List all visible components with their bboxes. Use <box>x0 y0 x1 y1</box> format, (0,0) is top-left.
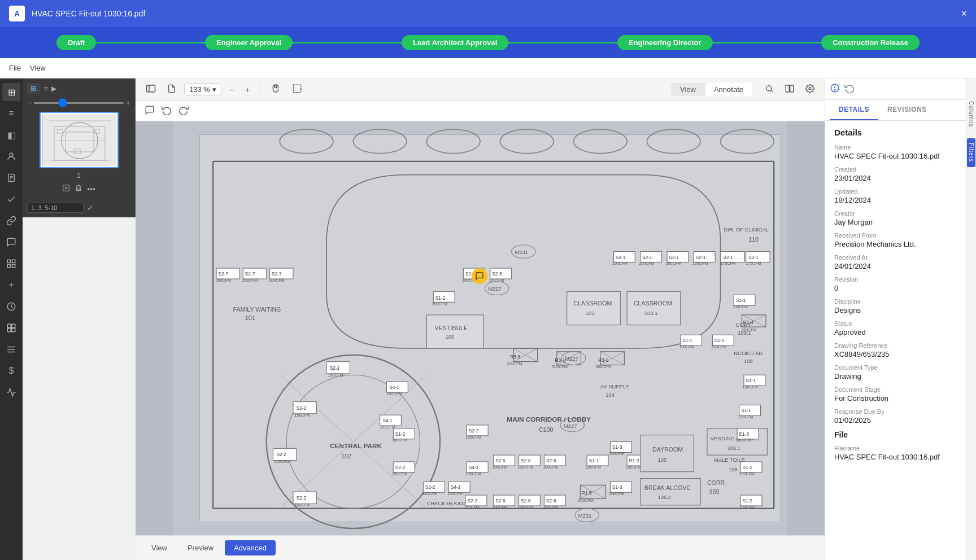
thumb-more-btn[interactable]: ••• <box>87 185 95 194</box>
svg-text:100CFM: 100CFM <box>492 465 507 470</box>
comment-icon[interactable] <box>145 105 155 117</box>
value-response-due: 01/02/2025 <box>834 416 957 425</box>
thumb-list-btn[interactable]: ≡ <box>43 84 48 93</box>
svg-point-37 <box>809 88 811 90</box>
tab-view-bottom[interactable]: View <box>142 540 176 555</box>
sidebar-icon-activity[interactable] <box>2 255 20 273</box>
svg-text:C100: C100 <box>539 426 553 433</box>
undo-icon[interactable] <box>162 105 172 117</box>
svg-text:200CFM: 200CFM <box>739 472 755 476</box>
zoom-in-icon[interactable]: + <box>126 98 130 107</box>
sidebar-icon-dollar[interactable]: $ <box>2 362 20 380</box>
select-tool-btn[interactable] <box>289 81 306 98</box>
svg-text:150CFM: 150CFM <box>294 413 310 418</box>
sidebar-icon-check[interactable] <box>2 190 20 208</box>
compare-btn[interactable] <box>782 82 798 97</box>
workflow-step-draft[interactable]: Draft <box>56 35 96 50</box>
bottom-tabs: View Preview Advanced <box>142 540 276 555</box>
thumb-new-page-btn[interactable] <box>62 184 70 194</box>
svg-text:105: 105 <box>657 457 666 463</box>
svg-text:R1-2: R1-2 <box>629 458 639 463</box>
sidebar-icon-plus[interactable]: + <box>2 276 20 294</box>
top-bar: A HVAC SPEC Fit-out 1030:16.pdf × <box>0 0 976 27</box>
zoom-out-btn[interactable]: − <box>226 83 237 97</box>
svg-text:S2-1: S2-1 <box>642 255 652 260</box>
svg-text:200CFM: 200CFM <box>639 261 654 266</box>
thumb-delete-btn[interactable] <box>75 184 82 194</box>
comment-bubble[interactable] <box>472 268 487 284</box>
field-doc-type: Document Type Drawing <box>834 364 957 380</box>
workflow-step-director[interactable]: Engineering Director <box>617 35 713 50</box>
tab-advanced-bottom[interactable]: Advanced <box>225 540 276 555</box>
svg-text:S4-1: S4-1 <box>451 485 461 490</box>
tab-preview-bottom[interactable]: Preview <box>178 540 223 555</box>
label-status: Status <box>834 320 957 327</box>
svg-text:E1-3: E1-3 <box>739 432 750 437</box>
menu-file[interactable]: File <box>9 64 21 72</box>
svg-text:S2-2: S2-2 <box>425 485 435 490</box>
zoom-dropdown-icon[interactable]: ▾ <box>212 85 216 94</box>
sidebar-toggle-btn[interactable] <box>142 82 159 97</box>
details-icon-btn[interactable] <box>830 83 840 95</box>
search-btn[interactable] <box>761 82 777 97</box>
field-drawing-ref: Drawing Reference XC8849/653/235 <box>834 342 957 358</box>
close-button[interactable]: × <box>961 8 967 20</box>
field-creator: Creator Jay Morgan <box>834 210 957 226</box>
mini-drawing <box>42 115 116 165</box>
thumb-grid-btn[interactable]: ⊞ <box>27 83 40 94</box>
step-pill-architect[interactable]: Lead Architect Approval <box>402 35 508 50</box>
zoom-out-icon[interactable]: − <box>27 98 32 107</box>
field-file-section: File <box>834 430 957 439</box>
label-creator: Creator <box>834 210 957 217</box>
sidebar-icon-clock[interactable] <box>2 298 20 316</box>
redo-icon[interactable] <box>178 105 189 117</box>
toolbar-right <box>761 82 818 97</box>
page-range-confirm[interactable]: ✓ <box>87 203 94 212</box>
tab-revisions[interactable]: REVISIONS <box>878 100 936 120</box>
svg-text:100CFM: 100CFM <box>543 505 558 510</box>
step-pill-engineer[interactable]: Engineer Approval <box>205 35 293 50</box>
svg-text:150CFM: 150CFM <box>392 472 407 476</box>
workflow-step-construction[interactable]: Construction Release <box>821 35 920 50</box>
settings-btn[interactable] <box>802 82 818 97</box>
svg-text:S2-1: S2-1 <box>748 255 759 260</box>
svg-text:103: 103 <box>586 310 595 316</box>
zoom-in-btn[interactable]: + <box>242 83 253 97</box>
sidebar-icon-chart[interactable] <box>2 383 20 401</box>
svg-text:250CFM: 250CFM <box>609 452 624 456</box>
doc-icon-btn[interactable] <box>164 81 180 98</box>
menu-view[interactable]: View <box>30 64 46 72</box>
step-pill-director[interactable]: Engineering Director <box>617 35 713 50</box>
revisions-icon-btn[interactable] <box>844 83 855 95</box>
svg-text:150CFM: 150CFM <box>465 435 481 440</box>
svg-text:150CFM: 150CFM <box>294 503 310 508</box>
svg-text:CLASSROOM: CLASSROOM <box>634 300 672 307</box>
step-pill-draft[interactable]: Draft <box>56 35 96 50</box>
sidebar-icon-layers[interactable]: ◧ <box>2 126 20 144</box>
sidebar-icon-menu[interactable]: ≡ <box>2 104 20 123</box>
sidebar-icon-notes[interactable] <box>2 233 20 251</box>
sidebar-icon-list2[interactable] <box>2 340 20 358</box>
sidebar-icon-panels[interactable]: ⊞ <box>2 83 20 101</box>
svg-rect-30 <box>147 85 155 92</box>
svg-text:100CFM: 100CFM <box>492 505 507 510</box>
sidebar-icon-docs[interactable] <box>2 169 20 187</box>
workflow-step-architect[interactable]: Lead Architect Approval <box>402 35 508 50</box>
thumb-expand-btn[interactable]: ▶ <box>51 85 56 93</box>
sidebar-icon-link[interactable] <box>2 212 20 230</box>
pan-tool-btn[interactable] <box>267 81 284 98</box>
thumb-zoom-slider[interactable] <box>34 102 124 104</box>
tab-details[interactable]: DETAILS <box>830 100 878 120</box>
step-pill-construction[interactable]: Construction Release <box>821 35 920 50</box>
svg-text:150CFM: 150CFM <box>586 465 601 470</box>
thumbnail-image-box[interactable] <box>40 112 119 168</box>
sidebar-icon-users[interactable] <box>2 147 20 165</box>
svg-point-0 <box>10 153 13 156</box>
workflow-step-engineer[interactable]: Engineer Approval <box>205 35 293 50</box>
tab-view[interactable]: View <box>671 83 705 96</box>
sidebar-icon-grid2[interactable] <box>2 319 20 337</box>
tab-annotate[interactable]: Annotate <box>705 83 752 96</box>
document-canvas[interactable]: S2-2 150CFM S2-2 150CFM S2-2 200CFM S2-2… <box>136 121 825 535</box>
page-range-input[interactable]: 1, 3, 5-10 <box>27 203 84 213</box>
svg-text:100CFM: 100CFM <box>447 492 463 496</box>
